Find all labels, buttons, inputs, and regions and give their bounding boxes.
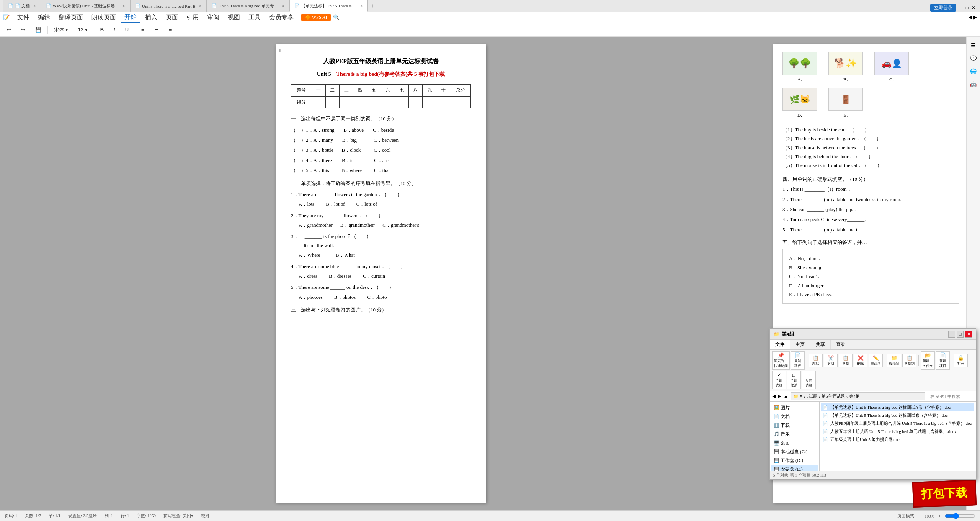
fm-file-1[interactable]: 📄 【单元达标】Unit 5 There is a big bed 达标测试A卷… [821, 403, 974, 411]
s2-q1: 1．There are ______ flowers in the garden… [291, 190, 471, 209]
fm-path-2[interactable]: 3试题 [807, 393, 817, 399]
fm-maximize[interactable]: □ [957, 331, 964, 338]
fm-tool-invert[interactable]: ↔反向选择 [802, 371, 816, 389]
fm-tool-newitem[interactable]: 📄新建项目 [936, 351, 950, 370]
fm-tool-selectall[interactable]: ✓全部选择 [772, 371, 786, 389]
tab-doc3[interactable]: 📄 Unit 5 There is a big bed Part B ✕ [130, 0, 207, 12]
download-banner[interactable]: 打包下载 [912, 480, 977, 508]
toolbar-italic[interactable]: I [110, 26, 119, 34]
tab-close-5[interactable]: ✕ [360, 4, 363, 8]
menu-edit[interactable]: 编辑 [34, 12, 54, 23]
menu-view[interactable]: 视图 [224, 12, 244, 23]
toolbar-align-right[interactable]: ≡ [165, 26, 176, 34]
menu-ref[interactable]: 引用 [183, 12, 203, 23]
fm-sidebar-driveD[interactable]: 💾 工作盘 (D:) [771, 456, 818, 465]
menu-file[interactable]: 文件 [13, 12, 33, 23]
fm-forward[interactable]: ▶ [778, 393, 781, 399]
zoom-out[interactable]: － [917, 513, 921, 519]
match-q3: （3）The house is between the trees．（ ） [782, 143, 959, 152]
fm-back[interactable]: ◀ [772, 393, 776, 399]
menu-member[interactable]: 会员专享 [265, 12, 297, 23]
fm-tool-rename[interactable]: ✏️重命名 [869, 354, 883, 367]
fm-tool-paste[interactable]: 📋粘贴 [809, 354, 823, 367]
tab-doc4[interactable]: 📄 Unit 5 There is a big bed 单元专… ✕ [207, 0, 289, 12]
fm-tool-moveto[interactable]: 📁移动到 [887, 354, 901, 367]
fm-sidebar-driveC[interactable]: 💾 本地磁盘 (C:) [771, 447, 818, 456]
tab-icon4: 📄 [212, 3, 217, 8]
menu-insert[interactable]: 插入 [141, 12, 161, 23]
fm-path-4[interactable]: 第4组 [849, 393, 860, 399]
side-icon-2[interactable]: 💬 [968, 53, 979, 64]
toolbar-font-size[interactable]: 12 ▾ [74, 26, 91, 34]
close-btn[interactable]: ✕ [972, 5, 975, 11]
menu-read[interactable]: 朗读页面 [88, 12, 120, 23]
fm-close[interactable]: ✕ [965, 331, 972, 338]
fm-tool-cut[interactable]: ✂️剪切 [824, 354, 838, 367]
nav-right[interactable]: ▶ [973, 15, 977, 20]
fm-minimize[interactable]: ─ [948, 331, 955, 338]
fm-tool-copyto[interactable]: 📋复制到 [902, 354, 916, 367]
fm-sidebar-music[interactable]: 🎵 音乐 [771, 430, 818, 439]
toolbar-redo[interactable]: ↪ [17, 26, 29, 34]
tab-add[interactable]: + [368, 1, 377, 11]
fm-tool-copy[interactable]: 📋复制 [839, 354, 853, 367]
minimize-btn[interactable]: ─ [959, 5, 963, 11]
toolbar-font-name[interactable]: 宋体 ▾ [50, 25, 72, 34]
tab-close-2[interactable]: ✕ [122, 4, 125, 8]
fm-sidebar-pictures[interactable]: 🖼️ 图片 [771, 403, 818, 412]
fm-tool-open[interactable]: 🔓打开 [954, 354, 968, 367]
maximize-btn[interactable]: □ [966, 5, 969, 11]
tab-doc5[interactable]: 📄 【单元达标】Unit 5 There is … ✕ [289, 0, 368, 12]
toolbar-bold[interactable]: B [96, 26, 108, 34]
nav-left[interactable]: ◀ [969, 15, 972, 20]
zoom-in[interactable]: ＋ [938, 513, 942, 519]
fm-path-3[interactable]: 第5单元试题 [822, 393, 845, 399]
toolbar-undo[interactable]: ↩ [3, 26, 15, 34]
wps-ai-btn[interactable]: 🔶 WPS AI [301, 14, 331, 21]
fm-tool-copypath[interactable]: 📄复制路径 [791, 351, 805, 370]
login-btn[interactable]: 立即登录 [930, 4, 956, 12]
side-icon-1[interactable]: ☰ [968, 40, 979, 51]
menu-review[interactable]: 审阅 [203, 12, 223, 23]
fm-tool-pin[interactable]: 📌固定到快速访问 [772, 351, 790, 370]
tab-close-3[interactable]: ✕ [199, 4, 202, 8]
toolbar-start[interactable]: 开始 [121, 12, 140, 23]
side-icon-4[interactable]: 🤖 [968, 79, 979, 90]
fm-file-3[interactable]: 📄 人教PEP四年级上册英语上册综合训练 Unit 5 There is a b… [821, 419, 974, 428]
fm-up[interactable]: ▲ [784, 393, 788, 399]
fm-tool-deselect[interactable]: □全部取消 [787, 371, 801, 389]
toolbar-underline[interactable]: U [121, 26, 132, 34]
status-layout[interactable]: 页面模式 [897, 513, 914, 519]
fm-tool-newfolder[interactable]: 📂新建文件夹 [921, 351, 935, 370]
side-icon-3[interactable]: 🌐 [968, 66, 979, 77]
status-spell[interactable]: 拼写检查: 关闭▾ [163, 513, 193, 519]
tab-close-4[interactable]: ✕ [281, 4, 284, 8]
zoom-slider[interactable] [945, 513, 975, 519]
fm-sidebar-desktop[interactable]: 🖥️ 桌面 [771, 439, 818, 447]
toolbar-align-left[interactable]: ≡ [137, 26, 148, 34]
toolbar-align-center[interactable]: ☰ [150, 26, 163, 34]
fm-search[interactable] [928, 393, 973, 400]
fm-tab-file[interactable]: 文件 [770, 340, 790, 349]
status-mode-check[interactable]: 校对 [201, 513, 209, 519]
fm-file-2[interactable]: 📄 【单元达标】Unit 5 There is a big bed 达标测试卷（… [821, 411, 974, 419]
fm-tab-home[interactable]: 主页 [790, 340, 810, 349]
tab-bar: 📄 📄 文档 ✕ 📄 WPS(快乐暑假) Unit 5 基础达标卷… ✕ 📄 U… [0, 0, 980, 12]
menu-tools[interactable]: 工具 [245, 12, 265, 23]
fm-tool-delete[interactable]: ❌删除 [854, 354, 867, 367]
fm-sidebar-docs[interactable]: 📄 文档 [771, 412, 818, 421]
fm-sidebar-driveE[interactable]: 💾 农硬盘 (E:) [771, 465, 818, 471]
search-btn[interactable]: 🔍 [333, 14, 340, 21]
fm-file-4[interactable]: 📄 人教五年级上册英语 Unit 5 There is big bed 单元试题… [821, 428, 974, 436]
toolbar-save[interactable]: 💾 [31, 26, 45, 34]
menu-translate[interactable]: 翻译页面 [55, 12, 87, 23]
fm-path[interactable]: 5 [800, 394, 802, 399]
menu-page[interactable]: 页面 [162, 12, 182, 23]
tab-close-1[interactable]: ✕ [33, 4, 36, 8]
fm-file-5[interactable]: 📄 五年级英语上册Unit 5 能力提升卷.doc [821, 436, 974, 444]
fm-sidebar-downloads[interactable]: ⬇️ 下载 [771, 421, 818, 430]
fm-tab-share[interactable]: 共享 [810, 340, 831, 349]
fm-tab-view[interactable]: 查看 [831, 340, 851, 349]
tab-doc1[interactable]: 📄 📄 文档 ✕ [3, 0, 41, 12]
tab-doc2[interactable]: 📄 WPS(快乐暑假) Unit 5 基础达标卷… ✕ [41, 0, 130, 12]
